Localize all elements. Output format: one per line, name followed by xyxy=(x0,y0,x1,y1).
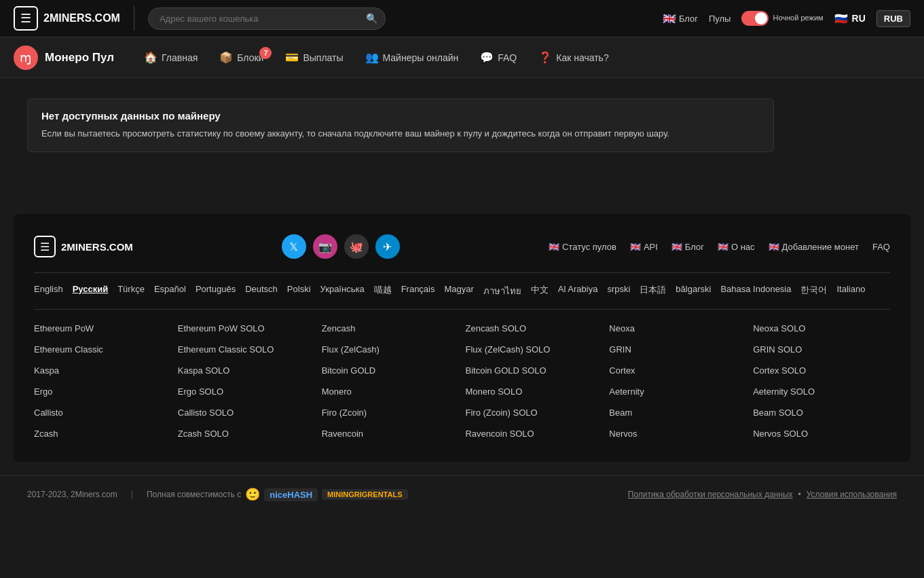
toggle-switch[interactable] xyxy=(741,11,769,26)
nav-faq-label: FAQ xyxy=(498,52,517,63)
pool-logo[interactable]: ɱ Монеро Пул xyxy=(14,46,114,70)
mining-rentals-logo[interactable]: MININGRIGRENTALS xyxy=(322,489,407,500)
footer-api-link[interactable]: 🇬🇧 API xyxy=(630,242,658,252)
footer-addcoin-link[interactable]: 🇬🇧 Добавление монет xyxy=(769,242,859,252)
coin-link-btg-solo[interactable]: Bitcoin GOLD SOLO xyxy=(465,363,602,378)
smile-icon: 🙂 xyxy=(245,487,260,502)
lang-item-ko[interactable]: 한국어 xyxy=(800,284,827,298)
coin-link-zcash[interactable]: Zcash xyxy=(34,426,171,441)
miners-icon: 👥 xyxy=(365,51,379,64)
privacy-policy-link[interactable]: Политика обработки персональных данных xyxy=(628,490,793,499)
search-icon[interactable]: 🔍 xyxy=(366,13,377,24)
coin-link-flux-solo[interactable]: Flux (ZelCash) SOLO xyxy=(465,342,602,357)
coin-link-cortex-solo[interactable]: Cortex SOLO xyxy=(753,363,890,378)
coin-link-neoxa-solo[interactable]: Neoxa SOLO xyxy=(753,321,890,336)
footer-faq-link[interactable]: FAQ xyxy=(872,242,890,252)
currency-selector[interactable]: RUB xyxy=(876,10,910,27)
nav-blocks[interactable]: 📦 Блоки 7 xyxy=(210,46,273,69)
coin-link-eth-classic-solo[interactable]: Ethereum Classic SOLO xyxy=(178,342,315,357)
twitter-link[interactable]: 𝕏 xyxy=(282,234,306,259)
coin-link-kaspa[interactable]: Kaspa xyxy=(34,363,171,378)
blocks-badge: 7 xyxy=(259,47,272,59)
coin-link-grin[interactable]: GRIN xyxy=(609,342,746,357)
lang-item-pt[interactable]: Português xyxy=(196,284,236,298)
blog-link[interactable]: 🇬🇧 Блог xyxy=(663,12,698,25)
coin-link-callisto[interactable]: Callisto xyxy=(34,405,171,420)
bottom-right: Политика обработки персональных данных •… xyxy=(628,490,897,499)
lang-item-th[interactable]: ภาษาไทย xyxy=(483,284,521,298)
coin-link-firo[interactable]: Firo (Zcoin) xyxy=(322,405,459,420)
lang-selector[interactable]: 🇷🇺 RU xyxy=(834,12,866,25)
nav-howto[interactable]: ❓ Как начать? xyxy=(529,46,618,69)
lang-item-de[interactable]: Deutsch xyxy=(245,284,278,298)
lang-item-uk[interactable]: Українська xyxy=(320,284,365,298)
coin-link-zencash-solo[interactable]: Zencash SOLO xyxy=(465,321,602,336)
telegram-link[interactable]: ✈ xyxy=(375,234,400,259)
github-link[interactable]: 🐙 xyxy=(344,234,369,259)
nav-home[interactable]: 🏠 Главная xyxy=(134,46,207,69)
lang-item-ar[interactable]: Al Arabiya xyxy=(558,284,598,298)
coin-link-monero[interactable]: Monero xyxy=(322,384,459,399)
footer-status-link[interactable]: 🇬🇧 Статус пулов xyxy=(549,242,616,252)
coin-link-ravencoin[interactable]: Ravencoin xyxy=(322,426,459,441)
lang-item-zh[interactable]: 中文 xyxy=(531,284,549,298)
lang-item-es[interactable]: Español xyxy=(154,284,186,298)
nav-faq[interactable]: 💬 FAQ xyxy=(470,46,526,69)
footer-blog-link[interactable]: 🇬🇧 Блог xyxy=(671,242,704,252)
coin-link-ergo-solo[interactable]: Ergo SOLO xyxy=(178,384,315,399)
monero-icon: ɱ xyxy=(14,46,38,70)
coin-link-aeternity[interactable]: Aeternity xyxy=(609,384,746,399)
lang-item-ru[interactable]: Русский xyxy=(73,284,109,298)
footer-logo[interactable]: ☰ 2MINERS.COM xyxy=(34,236,133,257)
coin-link-neoxa[interactable]: Neoxa xyxy=(609,321,746,336)
coin-link-grin-solo[interactable]: GRIN SOLO xyxy=(753,342,890,357)
nav-howto-label: Как начать? xyxy=(556,52,608,63)
lang-item-fr[interactable]: Français xyxy=(401,284,435,298)
lang-item-id[interactable]: Bahasa Indonesia xyxy=(720,284,791,298)
pools-link[interactable]: Пулы xyxy=(709,14,731,24)
terms-link[interactable]: Условия использования xyxy=(807,490,897,499)
coin-link-zencash[interactable]: Zencash xyxy=(322,321,459,336)
lang-item-hu[interactable]: Magyar xyxy=(445,284,474,298)
coin-link-ravencoin-solo[interactable]: Ravencoin SOLO xyxy=(465,426,602,441)
footer-about-link[interactable]: 🇬🇧 О нас xyxy=(718,242,755,252)
coin-link-monero-solo[interactable]: Monero SOLO xyxy=(465,384,602,399)
lang-item-tr[interactable]: Türkçe xyxy=(117,284,145,298)
footer-social: 𝕏 📷 🐙 ✈ xyxy=(282,234,400,259)
bottom-divider: | xyxy=(131,490,133,499)
alert-box: Нет доступных данных по майнеру Если вы … xyxy=(27,98,774,152)
coin-link-zcash-solo[interactable]: Zcash SOLO xyxy=(178,426,315,441)
lang-item-it[interactable]: Italiano xyxy=(836,284,865,298)
coin-link-ergo[interactable]: Ergo xyxy=(34,384,171,399)
nav-payouts-label: Выплаты xyxy=(303,52,343,63)
coin-link-eth-pow[interactable]: Ethereum PoW xyxy=(34,321,171,336)
nicehash-logo[interactable]: niceHASH xyxy=(264,488,318,501)
lang-item-ja[interactable]: 日本語 xyxy=(640,284,666,298)
coin-link-eth-classic[interactable]: Ethereum Classic xyxy=(34,342,171,357)
coin-link-kaspa-solo[interactable]: Kaspa SOLO xyxy=(178,363,315,378)
blog-label: Блог xyxy=(679,14,698,24)
coin-link-btg[interactable]: Bitcoin GOLD xyxy=(322,363,459,378)
lang-item-en[interactable]: English xyxy=(34,284,63,298)
search-input[interactable] xyxy=(148,7,386,30)
coin-link-nervos[interactable]: Nervos xyxy=(609,426,746,441)
coin-link-firo-solo[interactable]: Firo (Zcoin) SOLO xyxy=(465,405,602,420)
coin-link-aeternity-solo[interactable]: Aeternity SOLO xyxy=(753,384,890,399)
nav-miners[interactable]: 👥 Майнеры онлайн xyxy=(356,46,468,69)
lang-item-sr[interactable]: srpski xyxy=(607,284,630,298)
lang-item-cn[interactable]: 喵越 xyxy=(374,284,392,298)
coin-link-cortex[interactable]: Cortex xyxy=(609,363,746,378)
coin-link-beam-solo[interactable]: Beam SOLO xyxy=(753,405,890,420)
coin-link-eth-pow-solo[interactable]: Ethereum PoW SOLO xyxy=(178,321,315,336)
instagram-link[interactable]: 📷 xyxy=(313,234,337,259)
coin-link-beam[interactable]: Beam xyxy=(609,405,746,420)
lang-item-pl[interactable]: Polski xyxy=(287,284,311,298)
nav-payouts[interactable]: 💳 Выплаты xyxy=(276,46,352,69)
coin-link-flux[interactable]: Flux (ZelCash) xyxy=(322,342,459,357)
lang-item-bg[interactable]: bălgarski xyxy=(676,284,711,298)
coin-link-nervos-solo[interactable]: Nervos SOLO xyxy=(753,426,890,441)
coin-link-callisto-solo[interactable]: Callisto SOLO xyxy=(178,405,315,420)
night-mode-toggle[interactable]: Ночной режим xyxy=(741,11,823,26)
site-logo[interactable]: ☰ 2MINERS.COM xyxy=(14,6,134,31)
divider-2 xyxy=(34,309,890,310)
